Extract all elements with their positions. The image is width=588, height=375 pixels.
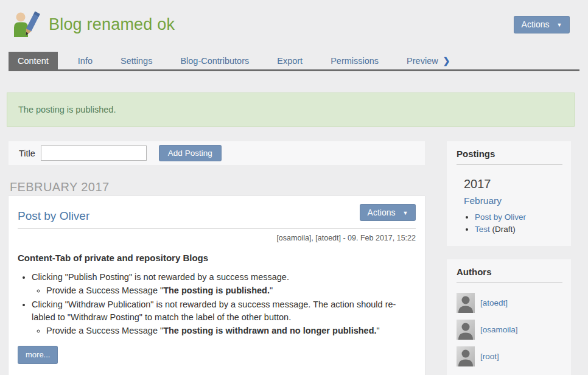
tab-bar: Content Info Settings Blog-Contributors … <box>9 52 579 71</box>
author-row: [root] <box>457 346 562 366</box>
caret-down-icon: ▼ <box>557 22 562 28</box>
header-actions-label: Actions <box>522 19 550 29</box>
title-label: Title <box>19 149 35 158</box>
page-title: Blog renamed ok <box>49 15 175 34</box>
post-title-link[interactable]: Post by Oliver <box>18 209 89 223</box>
month-heading: FEBRUARY 2017 <box>10 180 425 194</box>
author-avatar <box>457 293 475 313</box>
author-avatar <box>457 320 475 340</box>
author-link[interactable]: [atoedt] <box>480 298 508 307</box>
header-actions-button[interactable]: Actions ▼ <box>514 16 570 33</box>
post-card: Post by Oliver Actions ▼ [osamoila], [at… <box>9 196 425 375</box>
more-button[interactable]: more... <box>18 346 58 364</box>
postings-list: Post by OliverTest (Draft) <box>475 211 562 236</box>
post-bullet: Clicking "Withdraw Publication" is not r… <box>32 298 416 337</box>
page-header: Blog renamed ok Actions ▼ <box>0 0 588 38</box>
postings-month-link[interactable]: February <box>464 195 562 206</box>
tab-export[interactable]: Export <box>268 52 312 69</box>
blog-admin-page: Blog renamed ok Actions ▼ Content Info S… <box>0 0 588 375</box>
main-column: Title Add Posting FEBRUARY 2017 Post by … <box>9 141 425 375</box>
authors-title: Authors <box>457 267 562 283</box>
author-avatar <box>457 346 475 366</box>
post-divider <box>18 228 416 229</box>
tab-settings[interactable]: Settings <box>111 52 161 69</box>
sidebar: Postings 2017 February Post by OliverTes… <box>447 141 571 375</box>
posting-list-item: Test (Draft) <box>475 223 562 236</box>
author-link[interactable]: [root] <box>480 352 499 361</box>
postings-year: 2017 <box>464 177 562 191</box>
tab-permissions[interactable]: Permissions <box>321 52 388 69</box>
caret-down-icon: ▼ <box>403 210 408 216</box>
tab-content[interactable]: Content <box>9 52 58 69</box>
tab-blog-contributors[interactable]: Blog-Contributors <box>171 52 258 69</box>
chevron-right-icon: ❯ <box>443 56 450 66</box>
posting-link[interactable]: Test <box>475 225 490 234</box>
authors-box: Authors [atoedt][osamoila][root] <box>447 259 571 375</box>
postings-box: Postings 2017 February Post by OliverTes… <box>447 141 571 246</box>
post-sub-bullet: Provide a Success Message "The posting i… <box>46 284 416 297</box>
author-row: [osamoila] <box>457 320 562 340</box>
post-header: Post by Oliver Actions ▼ <box>18 204 416 223</box>
post-actions-button[interactable]: Actions ▼ <box>360 204 416 221</box>
post-bullet-list: Clicking "Publish Posting" is not reward… <box>32 271 416 337</box>
tab-preview[interactable]: Preview❯ <box>397 52 459 69</box>
post-meta: [osamoila], [atoedt] - 09. Feb 2017, 15:… <box>18 234 416 242</box>
add-posting-form: Title Add Posting <box>9 141 425 165</box>
author-row: [atoedt] <box>457 293 562 313</box>
title-input[interactable] <box>41 145 147 161</box>
postings-title: Postings <box>457 149 562 165</box>
add-posting-button[interactable]: Add Posting <box>159 145 222 161</box>
posting-link[interactable]: Post by Oliver <box>475 212 526 222</box>
post-bullet: Clicking "Publish Posting" is not reward… <box>32 271 416 297</box>
success-message: The posting is published. <box>7 93 575 127</box>
blog-author-pencil-icon <box>12 11 40 38</box>
post-body-heading: Content-Tab of private and repository Bl… <box>18 253 416 263</box>
posting-list-item: Post by Oliver <box>475 211 562 223</box>
author-link[interactable]: [osamoila] <box>480 325 518 334</box>
tab-info[interactable]: Info <box>69 52 102 69</box>
authors-list: [atoedt][osamoila][root] <box>457 293 562 366</box>
content-layout: Title Add Posting FEBRUARY 2017 Post by … <box>9 141 588 375</box>
post-actions-label: Actions <box>368 208 396 217</box>
post-sub-bullet: Provide a Success Message "The posting i… <box>46 324 416 337</box>
success-message-text: The posting is published. <box>18 105 116 114</box>
